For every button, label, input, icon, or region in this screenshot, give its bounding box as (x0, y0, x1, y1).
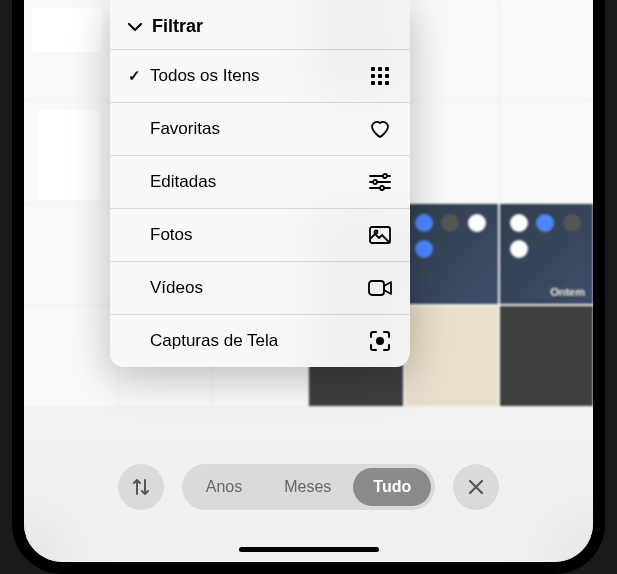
filter-item-favorites[interactable]: Favoritas (110, 102, 410, 155)
svg-rect-8 (385, 81, 389, 85)
svg-point-18 (377, 338, 383, 344)
filter-menu: Filtrar ✓ Todos os Itens Favoritas Edita… (110, 0, 410, 367)
segment-months[interactable]: Meses (264, 468, 351, 506)
close-button[interactable] (453, 464, 499, 510)
filter-item-photos[interactable]: Fotos (110, 208, 410, 261)
filter-item-label: Fotos (150, 225, 368, 245)
filter-item-label: Capturas de Tela (150, 331, 368, 351)
sort-icon (131, 477, 151, 497)
close-icon (468, 479, 484, 495)
svg-rect-2 (385, 67, 389, 71)
filter-item-label: Editadas (150, 172, 368, 192)
filter-item-label: Todos os Itens (150, 66, 368, 86)
filter-item-videos[interactable]: Vídeos (110, 261, 410, 314)
segment-all[interactable]: Tudo (353, 468, 431, 506)
svg-rect-17 (369, 281, 384, 295)
photo-icon (368, 223, 392, 247)
grid-icon (368, 64, 392, 88)
device-frame: 0:09 Ontem (12, 0, 605, 574)
filter-item-all[interactable]: ✓ Todos os Itens (110, 49, 410, 102)
svg-point-10 (383, 174, 387, 178)
filter-item-edited[interactable]: Editadas (110, 155, 410, 208)
svg-rect-3 (371, 74, 375, 78)
filter-item-label: Vídeos (150, 278, 368, 298)
time-segment: Anos Meses Tudo (182, 464, 436, 510)
filter-item-label: Favoritas (150, 119, 368, 139)
segment-years[interactable]: Anos (186, 468, 262, 506)
sort-button[interactable] (118, 464, 164, 510)
bottom-toolbar: Anos Meses Tudo (24, 442, 593, 562)
chevron-down-icon (128, 19, 142, 35)
filter-menu-header[interactable]: Filtrar (110, 0, 410, 49)
checkmark-icon: ✓ (128, 67, 150, 85)
home-indicator[interactable] (239, 547, 379, 552)
svg-point-14 (380, 186, 384, 190)
viewfinder-icon (368, 329, 392, 353)
sliders-icon (368, 170, 392, 194)
svg-rect-4 (378, 74, 382, 78)
svg-rect-7 (378, 81, 382, 85)
svg-rect-5 (385, 74, 389, 78)
filter-title: Filtrar (152, 16, 203, 37)
svg-rect-6 (371, 81, 375, 85)
svg-point-12 (373, 180, 377, 184)
heart-icon (368, 117, 392, 141)
svg-rect-0 (371, 67, 375, 71)
svg-rect-1 (378, 67, 382, 71)
video-icon (368, 276, 392, 300)
filter-item-screenshots[interactable]: Capturas de Tela (110, 314, 410, 367)
